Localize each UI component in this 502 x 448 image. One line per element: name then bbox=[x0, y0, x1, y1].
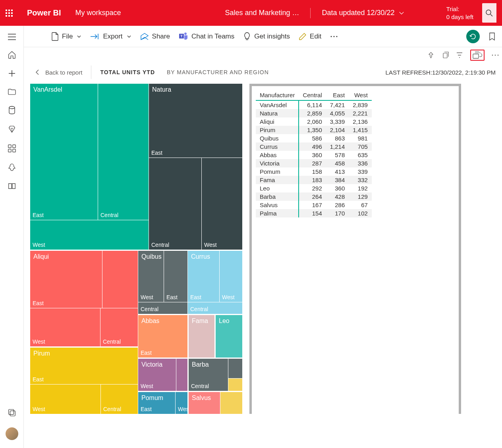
bookmark-icon[interactable] bbox=[488, 32, 496, 41]
treemap-cell[interactable]: Central bbox=[100, 384, 138, 414]
cell-west: 192 bbox=[349, 184, 372, 192]
back-to-report[interactable]: Back to report bbox=[35, 69, 82, 76]
cell-central: 167 bbox=[299, 201, 326, 209]
treemap-cell[interactable]: Victoria West bbox=[138, 358, 176, 391]
table-row[interactable]: Leo292360192 bbox=[256, 184, 372, 192]
table-row[interactable]: Palma154170102 bbox=[256, 209, 372, 217]
treemap-cell[interactable]: Quibus West bbox=[138, 250, 164, 302]
hamburger-icon[interactable] bbox=[8, 34, 16, 40]
col-central[interactable]: Central bbox=[299, 90, 326, 100]
cell-central: 2,060 bbox=[299, 117, 326, 126]
data-table-visual[interactable]: Manufacturer Central East West VanArsdel… bbox=[249, 84, 461, 414]
product-brand[interactable]: Power BI bbox=[27, 8, 61, 17]
treemap-cell[interactable] bbox=[228, 378, 242, 391]
pin-icon[interactable] bbox=[427, 52, 434, 59]
edit-button[interactable]: Edit bbox=[299, 33, 321, 40]
switch-layout-button[interactable] bbox=[470, 50, 485, 61]
search-button[interactable] bbox=[482, 3, 496, 23]
treemap-cell[interactable] bbox=[220, 392, 242, 414]
treemap-cell[interactable]: Fama bbox=[188, 315, 214, 358]
file-menu[interactable]: File bbox=[52, 32, 81, 41]
learn-icon[interactable] bbox=[8, 182, 16, 190]
table-row[interactable]: VanArsdel6,1147,4212,839 bbox=[256, 100, 372, 109]
metrics-icon[interactable] bbox=[8, 125, 16, 134]
treemap-cell[interactable]: Central bbox=[149, 158, 201, 250]
table-row[interactable]: Barba264428129 bbox=[256, 192, 372, 201]
cell-west: 1,415 bbox=[349, 126, 372, 134]
cell-central: 1,350 bbox=[299, 126, 326, 134]
table-row[interactable]: Natura2,8594,0552,221 bbox=[256, 109, 372, 117]
reset-button[interactable] bbox=[466, 30, 480, 43]
table-row[interactable]: Pirum1,3502,1041,415 bbox=[256, 126, 372, 134]
table-row[interactable]: Victoria287458336 bbox=[256, 159, 372, 167]
data-hub-icon[interactable] bbox=[8, 106, 15, 115]
col-east[interactable]: East bbox=[326, 90, 349, 100]
cell-central: 360 bbox=[299, 151, 326, 159]
table-row[interactable]: Pomum158413339 bbox=[256, 167, 372, 176]
table-row[interactable]: Currus4961,214705 bbox=[256, 142, 372, 151]
treemap-cell[interactable]: West bbox=[219, 250, 242, 302]
treemap-cell[interactable]: West bbox=[30, 308, 100, 346]
cell-west: 336 bbox=[349, 159, 372, 167]
filter-icon[interactable] bbox=[456, 52, 463, 59]
divider bbox=[310, 8, 311, 18]
home-icon[interactable] bbox=[8, 50, 16, 59]
table-row[interactable]: Quibus586863981 bbox=[256, 134, 372, 142]
treemap-cell[interactable]: Salvus bbox=[188, 392, 220, 414]
share-button[interactable]: Share bbox=[140, 33, 170, 40]
svg-text:T: T bbox=[180, 34, 183, 38]
copy-icon[interactable] bbox=[442, 52, 449, 59]
col-west[interactable]: West bbox=[349, 90, 372, 100]
col-manufacturer[interactable]: Manufacturer bbox=[256, 90, 299, 100]
chevron-down-icon bbox=[127, 34, 131, 39]
create-icon[interactable] bbox=[8, 69, 16, 77]
visual-toolbar bbox=[24, 47, 502, 62]
svg-point-13 bbox=[334, 36, 335, 37]
data-updated-dropdown[interactable]: Data updated 12/30/22 bbox=[322, 9, 404, 17]
table-row[interactable]: Aliqui2,0603,3392,136 bbox=[256, 117, 372, 126]
cell-central: 2,859 bbox=[299, 109, 326, 117]
treemap-cell[interactable]: Abbas East bbox=[138, 315, 187, 358]
treemap-cell[interactable]: Central bbox=[98, 84, 149, 220]
treemap-cell[interactable]: Natura East bbox=[149, 84, 242, 158]
table-row[interactable]: Fama183384332 bbox=[256, 176, 372, 184]
treemap-cell[interactable]: Central bbox=[138, 302, 187, 314]
app-launcher-icon[interactable] bbox=[6, 10, 13, 17]
treemap-cell[interactable]: Central bbox=[187, 302, 242, 314]
treemap-cell[interactable]: West bbox=[201, 158, 242, 250]
treemap-cell[interactable]: West bbox=[175, 392, 187, 414]
cell-east: 428 bbox=[326, 192, 349, 201]
cell-manufacturer: Leo bbox=[256, 184, 299, 192]
export-menu[interactable]: Export bbox=[90, 33, 131, 40]
svg-point-11 bbox=[184, 33, 187, 35]
apps-icon[interactable] bbox=[8, 144, 16, 153]
treemap-cell[interactable]: Pomum East bbox=[138, 392, 175, 414]
treemap-cell[interactable]: West bbox=[30, 220, 149, 250]
treemap-cell[interactable]: West bbox=[30, 384, 100, 414]
treemap-cell[interactable] bbox=[176, 358, 187, 391]
treemap-cell[interactable]: Currus East bbox=[187, 250, 219, 302]
treemap-cell[interactable]: Pirum East bbox=[30, 347, 138, 384]
treemap-visual[interactable]: VanArsdel East West Central Natura East … bbox=[30, 84, 242, 414]
insights-button[interactable]: Get insights bbox=[243, 32, 290, 41]
browse-icon[interactable] bbox=[8, 88, 16, 96]
treemap-cell[interactable] bbox=[228, 358, 242, 378]
table-row[interactable]: Abbas360578635 bbox=[256, 151, 372, 159]
more-menu[interactable] bbox=[330, 35, 338, 38]
cell-central: 292 bbox=[299, 184, 326, 192]
ellipsis-icon[interactable] bbox=[492, 54, 499, 56]
deployment-icon[interactable] bbox=[8, 163, 16, 172]
treemap-cell[interactable]: Aliqui East bbox=[30, 250, 102, 308]
treemap-cell[interactable] bbox=[102, 250, 138, 308]
workspace-link[interactable]: My workspace bbox=[75, 9, 121, 17]
switch-layout-icon bbox=[473, 51, 482, 59]
treemap-cell[interactable]: East bbox=[164, 250, 187, 302]
svg-point-18 bbox=[495, 55, 496, 56]
treemap-cell[interactable]: Leo bbox=[215, 315, 242, 358]
table-row[interactable]: Salvus16728667 bbox=[256, 201, 372, 209]
trial-status[interactable]: Trial: 0 days left bbox=[446, 5, 473, 21]
treemap-cell[interactable]: Barba Central bbox=[188, 358, 228, 391]
workspaces-icon[interactable] bbox=[8, 408, 16, 414]
treemap-cell[interactable]: Central bbox=[100, 308, 138, 346]
chat-teams-button[interactable]: T Chat in Teams bbox=[179, 32, 234, 41]
